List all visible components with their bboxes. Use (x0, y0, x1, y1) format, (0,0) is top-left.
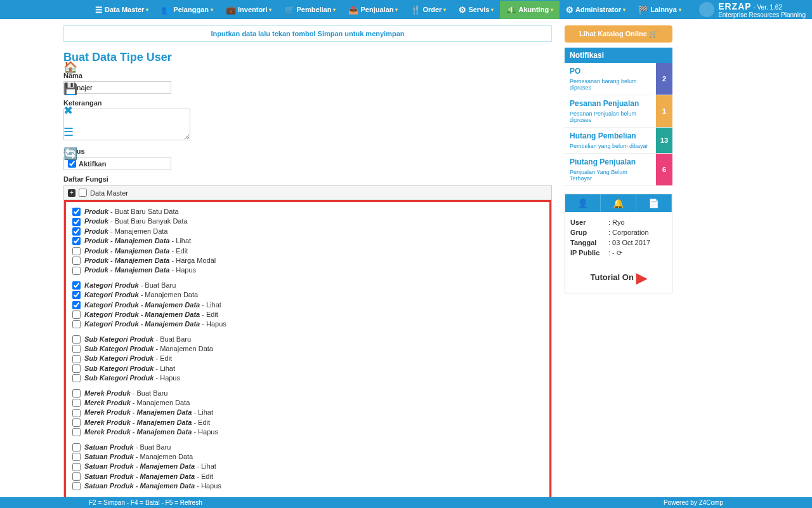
nav-servis[interactable]: ⚙Servis▾ (452, 1, 500, 19)
func-checkbox[interactable] (72, 453, 81, 461)
info-row: Tanggal: 03 Oct 2017 (570, 237, 667, 248)
func-checkbox[interactable] (72, 345, 81, 353)
func-item[interactable]: Produk - Buat Baru Banyak Data (72, 217, 543, 226)
func-checkbox[interactable] (72, 335, 81, 344)
footer: F2 = Simpan - F4 = Batal - F5 = Refresh … (0, 497, 812, 508)
brand-name: ERZAP (718, 1, 751, 11)
nav-pelanggan[interactable]: 👥Pelanggan▾ (155, 1, 219, 19)
save-icon[interactable]: 💾 (63, 82, 77, 96)
status-row[interactable]: Aktifkan (63, 157, 171, 170)
func-checkbox[interactable] (72, 257, 81, 265)
func-checkbox[interactable] (72, 428, 81, 436)
func-item[interactable]: Sub Kategori Produk - Manajemen Data (72, 344, 543, 354)
nama-input[interactable] (63, 81, 171, 94)
func-item[interactable]: Merek Produk - Buat Baru (72, 389, 543, 398)
func-item[interactable]: Sub Kategori Produk - Lihat (72, 364, 543, 373)
func-item[interactable]: Satuan Produk - Manajemen Data (72, 452, 543, 462)
cancel-icon[interactable]: ✖ (63, 104, 77, 117)
notif-header: Notifikasi (565, 48, 672, 63)
nav-lainnya[interactable]: 🏁Lainnya▾ (632, 1, 688, 19)
func-item[interactable]: Produk - Manajemen Data (72, 227, 543, 236)
func-item[interactable]: Merek Produk - Manajemen Data (72, 398, 543, 408)
group-checkbox[interactable] (79, 189, 87, 197)
func-checkbox[interactable] (72, 409, 81, 417)
keterangan-input[interactable] (63, 109, 190, 140)
notif-item[interactable]: POPemesanan barang belum diproses2 (565, 63, 672, 95)
top-nav: ☰Data Master▾👥Pelanggan▾💼Inventori▾🛒Pemb… (0, 0, 812, 19)
tutorial-link[interactable]: Tutorial On ▶ (565, 264, 672, 293)
func-item[interactable]: Produk - Manajemen Data - Hapus (72, 265, 543, 275)
nav-data-master[interactable]: ☰Data Master▾ (89, 1, 155, 19)
func-item[interactable]: Produk - Manajemen Data - Edit (72, 246, 543, 256)
notif-item[interactable]: Pesanan PenjualanPesanan Penjualan belum… (565, 95, 672, 128)
nav-penjualan[interactable]: 📤Penjualan▾ (342, 1, 404, 19)
func-checkbox[interactable] (72, 389, 81, 398)
list-icon[interactable]: ☰ (63, 125, 77, 139)
func-checkbox[interactable] (72, 281, 81, 290)
logo-icon (699, 2, 714, 17)
nav-administrator[interactable]: ⚙Administrator▾ (560, 1, 632, 19)
nav-inventori[interactable]: 💼Inventori▾ (219, 1, 278, 19)
func-checkbox[interactable] (72, 311, 81, 319)
doc-icon[interactable]: 📄 (636, 194, 672, 212)
nav-akunting[interactable]: 💵Akunting▾ (500, 1, 560, 19)
func-item[interactable]: Produk - Manajemen Data - Harga Modal (72, 256, 543, 265)
func-item[interactable]: Kategori Produk - Buat Baru (72, 281, 543, 290)
func-item[interactable]: Satuan Produk - Buat Baru (72, 443, 543, 452)
func-item[interactable]: Kategori Produk - Manajemen Data - Hapus (72, 319, 543, 329)
func-checkbox[interactable] (72, 320, 81, 328)
katalog-button[interactable]: Lihat Katalog Online 🛒 (565, 25, 672, 43)
group-label: Data Master (90, 189, 128, 197)
func-checkbox[interactable] (72, 472, 81, 481)
label-keterangan: Keterangan (63, 99, 552, 107)
func-item[interactable]: Sub Kategori Produk - Edit (72, 354, 543, 363)
func-checkbox[interactable] (72, 291, 81, 299)
func-checkbox[interactable] (72, 482, 81, 490)
func-item[interactable]: Produk - Buat Baru Satu Data (72, 207, 543, 217)
func-checkbox[interactable] (72, 227, 81, 236)
func-checkbox[interactable] (72, 267, 81, 275)
func-item[interactable]: Merek Produk - Manajemen Data - Edit (72, 418, 543, 427)
label-daftar: Daftar Fungsi (63, 175, 552, 183)
func-item[interactable]: Merek Produk - Manajemen Data - Hapus (72, 427, 543, 437)
func-item[interactable]: Satuan Produk - Manajemen Data - Edit (72, 472, 543, 481)
func-item[interactable]: Kategori Produk - Manajemen Data (72, 290, 543, 300)
aktifkan-label: Aktifkan (79, 160, 106, 168)
refresh-icon[interactable]: 🔄 (63, 147, 77, 161)
func-checkbox[interactable] (72, 237, 81, 245)
group-header[interactable]: + Data Master (64, 186, 551, 200)
func-checkbox[interactable] (72, 374, 81, 382)
func-checkbox[interactable] (72, 364, 81, 373)
func-item[interactable]: Sub Kategori Produk - Hapus (72, 373, 543, 383)
info-row: IP Public: - ⟳ (570, 248, 667, 258)
func-checkbox[interactable] (72, 218, 81, 226)
func-checkbox[interactable] (72, 418, 81, 427)
home-icon[interactable]: 🏠 (63, 60, 77, 74)
func-item[interactable]: Sub Kategori Produk - Buat Baru (72, 335, 543, 344)
nav-order[interactable]: 🍴Order▾ (404, 1, 452, 19)
function-list: + Data Master Produk - Buat Baru Satu Da… (63, 185, 552, 508)
nav-pembelian[interactable]: 🛒Pembelian▾ (278, 1, 342, 19)
user-icon[interactable]: 👤 (565, 194, 601, 212)
func-item[interactable]: Satuan Produk - Manajemen Data - Lihat (72, 462, 543, 471)
func-item[interactable]: Merek Produk - Manajemen Data - Lihat (72, 408, 543, 417)
func-item[interactable]: Kategori Produk - Manajemen Data - Lihat (72, 300, 543, 310)
func-checkbox[interactable] (72, 355, 81, 363)
func-item[interactable]: Kategori Produk - Manajemen Data - Edit (72, 310, 543, 319)
func-checkbox[interactable] (72, 301, 81, 309)
youtube-icon: ▶ (636, 270, 647, 286)
notif-item[interactable]: Hutang PembelianPembelian yang belum dib… (565, 128, 672, 154)
func-checkbox[interactable] (72, 208, 81, 216)
func-item[interactable]: Satuan Produk - Manajemen Data - Hapus (72, 481, 543, 491)
bell-icon[interactable]: 🔔 (601, 194, 636, 212)
expand-icon[interactable]: + (68, 189, 75, 197)
func-checkbox[interactable] (72, 463, 81, 471)
func-checkbox[interactable] (72, 443, 81, 451)
brand: ERZAP - Ver. 1.62 Enterprise Resources P… (699, 1, 806, 18)
label-nama: Nama (63, 72, 552, 79)
func-item[interactable]: Produk - Manajemen Data - Lihat (72, 236, 543, 246)
func-checkbox[interactable] (72, 399, 81, 407)
notif-item[interactable]: Piutang PenjualanPenjualan Yang Belum Te… (565, 154, 672, 186)
left-toolbar: 🏠 💾 ✖ ☰ 🔄 (63, 60, 77, 161)
func-checkbox[interactable] (72, 247, 81, 255)
